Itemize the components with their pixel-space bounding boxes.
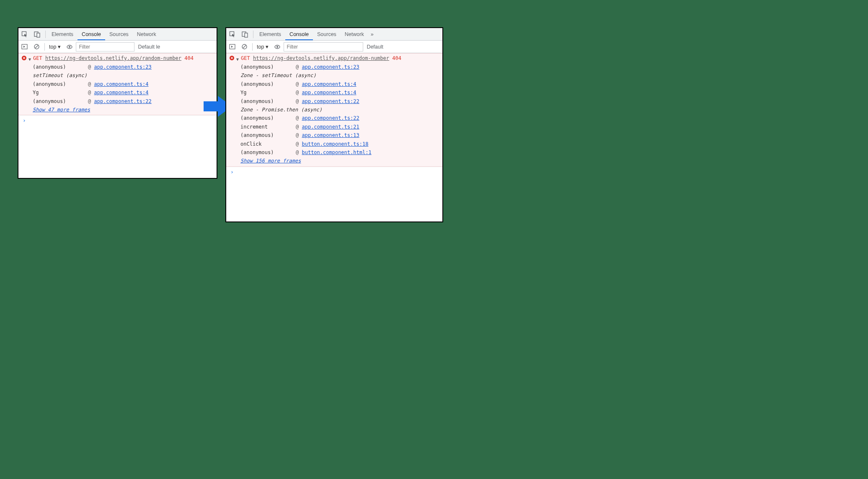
error-icon bbox=[230, 56, 234, 60]
log-level-selector[interactable]: Default bbox=[363, 44, 387, 50]
devtools-tabbar: Elements Console Sources Network » bbox=[226, 28, 442, 41]
separator bbox=[252, 43, 253, 51]
http-status: 404 bbox=[184, 55, 194, 61]
disclosure-triangle-icon[interactable]: ▼ bbox=[28, 56, 31, 63]
http-method: GET bbox=[241, 55, 250, 61]
console-messages: ▼ GET https://ng-devtools.netlify.app/ra… bbox=[226, 53, 442, 221]
at-symbol: @ bbox=[88, 90, 94, 95]
tab-sources[interactable]: Sources bbox=[313, 28, 341, 40]
at-symbol: @ bbox=[296, 115, 302, 121]
source-link[interactable]: app.component.ts:21 bbox=[302, 124, 359, 130]
source-link[interactable]: button.component.ts:18 bbox=[302, 141, 368, 147]
stack-frame: onClick@ button.component.ts:18 bbox=[240, 140, 439, 148]
source-link[interactable]: app.component.ts:4 bbox=[302, 81, 356, 87]
stack-group-label: Zone - setTimeout (async) bbox=[240, 71, 439, 80]
stack-function-name: increment bbox=[240, 123, 291, 131]
stack-function-name: (anonymous) bbox=[240, 148, 291, 157]
request-url[interactable]: https://ng-devtools.netlify.app/random-n… bbox=[45, 55, 181, 61]
at-symbol: @ bbox=[296, 124, 302, 130]
separator bbox=[45, 31, 46, 38]
console-toolbar: top ▾ Default bbox=[226, 41, 442, 53]
svg-point-7 bbox=[69, 46, 70, 48]
show-more-frames-link[interactable]: Show 156 more frames bbox=[240, 158, 301, 164]
stack-function-name: (anonymous) bbox=[240, 80, 291, 88]
request-url[interactable]: https://ng-devtools.netlify.app/random-n… bbox=[253, 55, 389, 61]
context-label: top bbox=[49, 44, 56, 50]
tab-network[interactable]: Network bbox=[341, 28, 368, 40]
source-link[interactable]: button.component.html:1 bbox=[302, 149, 371, 155]
stack-function-name: (anonymous) bbox=[33, 80, 83, 88]
console-error-message: ▼ GET https://ng-devtools.netlify.app/ra… bbox=[226, 53, 442, 167]
stack-function-name: onClick bbox=[240, 140, 291, 148]
stack-frame: (anonymous)@ app.component.ts:22 bbox=[240, 97, 439, 106]
context-selector[interactable]: top ▾ bbox=[254, 44, 271, 50]
stack-frame: (anonymous)@ app.component.ts:23 bbox=[240, 63, 439, 71]
tab-elements[interactable]: Elements bbox=[255, 28, 285, 40]
at-symbol: @ bbox=[88, 64, 94, 70]
source-link[interactable]: app.component.ts:4 bbox=[94, 90, 148, 95]
live-expression-icon[interactable] bbox=[271, 44, 284, 50]
more-tabs-icon[interactable]: » bbox=[368, 31, 376, 37]
stack-frame: (anonymous)@ app.component.ts:22 bbox=[33, 97, 213, 106]
source-link[interactable]: app.component.ts:4 bbox=[94, 81, 148, 87]
separator bbox=[253, 31, 253, 38]
http-status: 404 bbox=[392, 55, 401, 61]
stack-frame: (anonymous)@ app.component.ts:4 bbox=[240, 80, 439, 88]
at-symbol: @ bbox=[296, 64, 302, 70]
inspect-icon[interactable] bbox=[226, 31, 239, 38]
at-symbol: @ bbox=[296, 149, 302, 155]
svg-rect-2 bbox=[37, 33, 40, 37]
at-symbol: @ bbox=[296, 90, 302, 95]
console-toolbar: top ▾ Default le bbox=[18, 41, 217, 53]
context-label: top bbox=[257, 44, 264, 50]
live-expression-icon[interactable] bbox=[63, 44, 76, 50]
at-symbol: @ bbox=[88, 81, 94, 87]
tab-sources[interactable]: Sources bbox=[105, 28, 133, 40]
show-more-frames-link[interactable]: Show 47 more frames bbox=[33, 107, 90, 113]
separator bbox=[44, 43, 45, 51]
stack-function-name: Yg bbox=[240, 88, 291, 97]
filter-input[interactable] bbox=[284, 42, 363, 52]
tab-console[interactable]: Console bbox=[285, 28, 313, 40]
clear-console-icon[interactable] bbox=[238, 44, 251, 50]
source-link[interactable]: app.component.ts:23 bbox=[94, 64, 151, 70]
source-link[interactable]: app.component.ts:22 bbox=[302, 98, 359, 104]
console-prompt[interactable]: › bbox=[226, 167, 442, 177]
source-link[interactable]: app.component.ts:4 bbox=[302, 90, 356, 95]
log-level-selector[interactable]: Default le bbox=[134, 44, 163, 50]
stack-function-name: (anonymous) bbox=[240, 114, 291, 122]
stack-frame: Yg@ app.component.ts:4 bbox=[240, 88, 439, 97]
at-symbol: @ bbox=[296, 81, 302, 87]
sidebar-toggle-icon[interactable] bbox=[18, 44, 31, 50]
clear-console-icon[interactable] bbox=[31, 44, 43, 50]
svg-rect-11 bbox=[245, 33, 248, 37]
console-prompt[interactable]: › bbox=[18, 115, 217, 125]
at-symbol: @ bbox=[88, 98, 94, 104]
stack-group-label: Zone - Promise.then (async) bbox=[240, 106, 439, 114]
source-link[interactable]: app.component.ts:23 bbox=[302, 64, 359, 70]
source-link[interactable]: app.component.ts:13 bbox=[302, 132, 359, 138]
context-selector[interactable]: top ▾ bbox=[46, 44, 63, 50]
devtools-tabbar: Elements Console Sources Network bbox=[18, 28, 217, 41]
dropdown-icon: ▾ bbox=[266, 44, 269, 50]
stack-frame: increment@ app.component.ts:21 bbox=[240, 123, 439, 131]
stack-function-name: (anonymous) bbox=[240, 63, 291, 71]
tab-elements[interactable]: Elements bbox=[47, 28, 78, 40]
stack-frame: (anonymous)@ app.component.ts:23 bbox=[33, 63, 213, 71]
source-link[interactable]: app.component.ts:22 bbox=[94, 98, 151, 104]
inspect-icon[interactable] bbox=[18, 31, 31, 38]
tab-network[interactable]: Network bbox=[133, 28, 160, 40]
device-toggle-icon[interactable] bbox=[239, 31, 251, 38]
disclosure-triangle-icon[interactable]: ▼ bbox=[236, 56, 239, 63]
svg-point-16 bbox=[276, 46, 278, 48]
tab-console[interactable]: Console bbox=[78, 28, 105, 40]
device-toggle-icon[interactable] bbox=[31, 31, 44, 38]
sidebar-toggle-icon[interactable] bbox=[226, 44, 238, 50]
stack-frame: (anonymous)@ app.component.ts:13 bbox=[240, 131, 439, 139]
source-link[interactable]: app.component.ts:22 bbox=[302, 115, 359, 121]
stack-function-name: (anonymous) bbox=[240, 131, 291, 139]
filter-input[interactable] bbox=[76, 42, 134, 52]
error-icon bbox=[22, 56, 26, 60]
devtools-panel-before: Elements Console Sources Network top ▾ D… bbox=[18, 27, 217, 179]
stack-frame: (anonymous)@ app.component.ts:22 bbox=[240, 114, 439, 122]
